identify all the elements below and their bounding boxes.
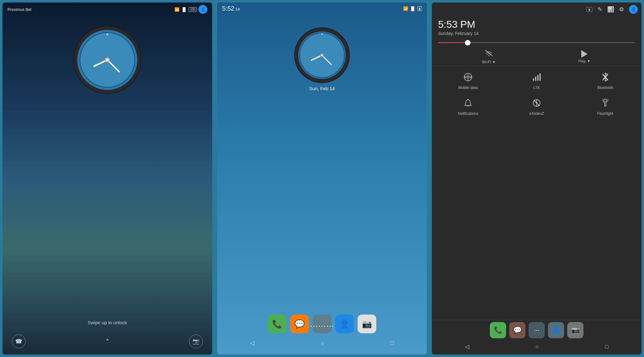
- svg-rect-23: [535, 76, 536, 81]
- dock-area: 📞 💬 ……… 👤 📷 ◁ ○ □: [217, 312, 427, 355]
- wifi-quick-tile[interactable]: Wi-Fi ▼: [441, 49, 537, 64]
- drawer-time-area: 5:53 PM Sunday, February 14: [432, 16, 642, 40]
- status-bar-home: 5:52 14 📶 ▐▌ ▮: [217, 2, 427, 15]
- drawer-dock: 📞 💬 ··· 👤 📷: [432, 320, 642, 340]
- dock-apps[interactable]: ………: [313, 315, 331, 333]
- home-date: Sun, Feb 14: [309, 86, 335, 91]
- nav-bar-home: ◁ ○ □: [217, 336, 427, 351]
- lock-screen-panel: Proximus Bel 📶 ▐▌ 100 👤: [2, 2, 212, 355]
- signal-icon-home: ▐▌: [410, 6, 416, 11]
- dock-icons: 📞 💬 ……… 👤 📷: [217, 312, 427, 336]
- brightness-slider[interactable]: [432, 40, 642, 47]
- existenz-icon: [532, 99, 541, 110]
- existenz-label: eXistenZ: [529, 111, 544, 116]
- slider-thumb[interactable]: [465, 40, 471, 46]
- notification-drawer-panel: ▮ ✎ 📊 ⚙ 👤 5:53 PM Sunday, February 14: [432, 2, 642, 355]
- chevron-up-icon[interactable]: ⌃: [105, 338, 110, 345]
- lte-icon: [532, 73, 541, 84]
- svg-rect-25: [539, 73, 541, 81]
- battery-pill-icon: ▮: [586, 7, 593, 12]
- dock-phone[interactable]: 📞: [268, 315, 286, 333]
- svg-point-8: [106, 59, 109, 61]
- nav-back-drawer[interactable]: ◁: [465, 343, 469, 350]
- nav-recent-drawer[interactable]: □: [605, 344, 608, 350]
- swipe-unlock-text: Swipe up to unlock: [2, 320, 212, 325]
- phone-icon-button[interactable]: ☎: [12, 335, 26, 348]
- play-chevron: ▼: [587, 59, 591, 63]
- drawer-dock-phone[interactable]: 📞: [490, 322, 506, 338]
- home-time-suffix: 14: [235, 7, 240, 12]
- drawer-date: Sunday, February 14: [438, 31, 635, 36]
- status-bar-lock: Proximus Bel 📶 ▐▌ 100 👤: [2, 2, 212, 16]
- mobile-data-label: Mobile data: [458, 86, 478, 90]
- lock-bottom-bar: ☎ ⌃ 📷: [2, 331, 212, 355]
- nav-home-home[interactable]: ○: [321, 340, 324, 346]
- wifi-off-icon: [485, 49, 493, 59]
- notifications-label: Notifications: [458, 111, 478, 116]
- nav-bar-drawer: ◁ ○ □: [432, 340, 642, 355]
- notifications-tile[interactable]: Notifications: [435, 95, 501, 119]
- svg-line-33: [602, 100, 603, 101]
- home-screen-panel: 5:52 14 📶 ▐▌ ▮ Sun, Feb 14: [217, 2, 427, 355]
- settings-icon[interactable]: ⚙: [619, 6, 624, 13]
- quick-row: Wi-Fi ▼ Play ▼: [432, 47, 642, 66]
- lock-clock-container: [2, 26, 212, 94]
- drawer-dock-apps[interactable]: ···: [529, 322, 545, 338]
- drawer-dock-camera[interactable]: 📷: [567, 322, 583, 338]
- flashlight-icon: [602, 99, 609, 110]
- wifi-icon-home: 📶: [403, 6, 408, 11]
- lock-clock-face: [73, 26, 142, 94]
- lock-clock-svg: [73, 26, 142, 94]
- mobile-data-icon: [463, 73, 473, 84]
- edit-icon[interactable]: ✎: [598, 6, 602, 13]
- lte-tile[interactable]: LTE: [504, 70, 570, 93]
- play-label: Play: [578, 59, 585, 63]
- battery-home: ▮: [417, 6, 422, 11]
- svg-point-13: [321, 33, 323, 35]
- bluetooth-icon: [602, 73, 609, 84]
- slider-fill: [438, 42, 468, 43]
- signal-icon: ▐▌: [181, 7, 187, 12]
- drawer-dock-messenger[interactable]: 💬: [509, 322, 525, 338]
- play-icon: [581, 50, 588, 58]
- stats-icon[interactable]: 📊: [607, 6, 614, 13]
- dock-camera[interactable]: 📷: [358, 315, 376, 333]
- wifi-chevron: ▼: [492, 60, 496, 64]
- bluetooth-label: Bluetooth: [598, 86, 613, 90]
- svg-rect-24: [537, 75, 539, 81]
- play-quick-tile[interactable]: Play ▼: [537, 50, 632, 63]
- nav-recent-home[interactable]: □: [390, 340, 394, 346]
- bluetooth-tile[interactable]: Bluetooth: [572, 70, 638, 93]
- wifi-label: Wi-Fi: [482, 60, 491, 64]
- avatar[interactable]: 👤: [198, 5, 207, 14]
- slider-track[interactable]: [438, 42, 635, 43]
- home-time: 5:52: [222, 5, 234, 12]
- svg-rect-22: [533, 78, 534, 81]
- home-clock-svg: [294, 27, 350, 83]
- mobile-data-tile[interactable]: Mobile data: [435, 70, 501, 93]
- svg-point-4: [106, 33, 108, 35]
- home-clock-container: Sun, Feb 14: [217, 27, 427, 91]
- svg-line-34: [607, 100, 608, 101]
- lte-label: LTE: [533, 86, 540, 90]
- wifi-icon: 📶: [174, 7, 179, 12]
- existenz-tile[interactable]: eXistenZ: [504, 95, 570, 119]
- dock-messenger[interactable]: 💬: [290, 315, 309, 333]
- home-clock-face: [294, 27, 350, 83]
- drawer-dock-contacts[interactable]: 👤: [548, 322, 564, 338]
- camera-icon-button[interactable]: 📷: [189, 335, 203, 348]
- drawer-top-bar: ▮ ✎ 📊 ⚙ 👤: [432, 2, 642, 16]
- battery-indicator: 100: [189, 7, 197, 12]
- svg-point-17: [321, 54, 323, 56]
- drawer-avatar[interactable]: 👤: [629, 5, 638, 14]
- flashlight-tile[interactable]: Flashlight: [572, 95, 638, 119]
- flashlight-label: Flashlight: [597, 111, 613, 116]
- quick-tiles-grid: Mobile data LTE: [432, 66, 642, 123]
- notifications-icon: [464, 99, 472, 110]
- carrier-name: Proximus Bel: [7, 7, 32, 12]
- dock-contacts[interactable]: 👤: [335, 315, 354, 333]
- nav-home-drawer[interactable]: ○: [535, 344, 539, 350]
- svg-point-19: [488, 55, 490, 56]
- drawer-time: 5:53 PM: [438, 19, 635, 30]
- nav-back-home[interactable]: ◁: [250, 340, 255, 346]
